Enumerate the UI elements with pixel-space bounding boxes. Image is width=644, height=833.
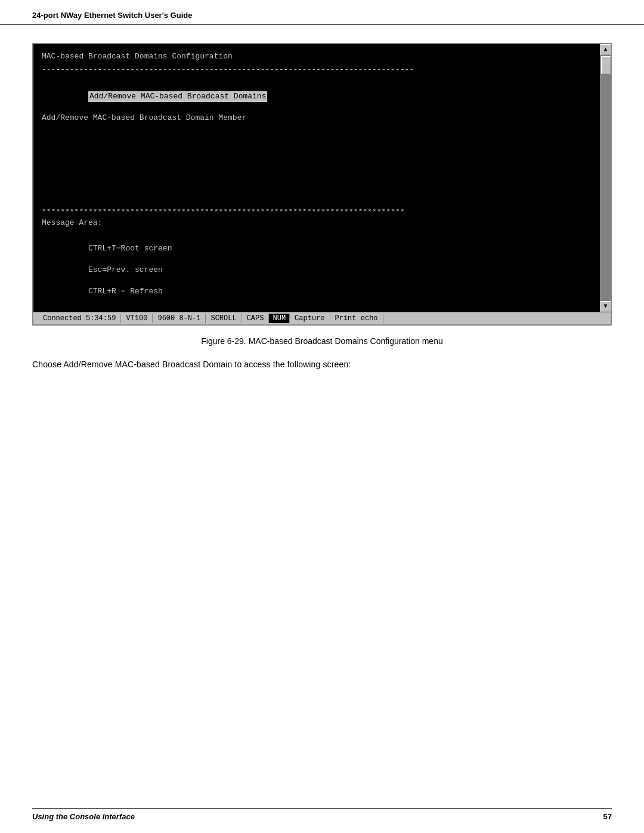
footer-page-number: 57 — [603, 812, 612, 821]
status-capture: Capture — [290, 314, 330, 323]
scrollbar-down-arrow[interactable]: ▼ — [600, 301, 611, 312]
terminal-title: MAC-based Broadcast Domains Configuratio… — [42, 51, 592, 62]
status-print: Print echo — [330, 314, 383, 323]
scrollbar[interactable]: ▲ ▼ — [600, 44, 611, 312]
ctrl-t-label: CTRL+T=Root screen — [88, 244, 172, 253]
esc-label: Esc=Prev. screen — [88, 265, 163, 274]
header-title: 24-port NWay Ethernet Switch User's Guid… — [32, 11, 192, 20]
terminal-main: MAC-based Broadcast Domains Configuratio… — [33, 44, 600, 312]
terminal-commands: CTRL+T=Root screen Esc=Prev. screen CTRL… — [42, 233, 592, 308]
page-footer: Using the Console Interface 57 — [32, 808, 612, 821]
status-baud: 9600 8-N-1 — [153, 314, 206, 323]
terminal-statusbar: Connected 5:34:59 VT100 9600 8-N-1 SCROL… — [33, 312, 611, 324]
scrollbar-thumb[interactable] — [601, 56, 611, 74]
figure-caption: Figure 6-29. MAC-based Broadcast Domains… — [32, 336, 612, 346]
status-num: NUM — [269, 314, 290, 323]
scrollbar-track[interactable] — [600, 55, 611, 301]
terminal-stars: ****************************************… — [42, 207, 592, 218]
footer-left-text: Using the Console Interface — [32, 812, 135, 821]
menu-line-normal[interactable]: Add/Remove MAC-based Broadcast Domain Me… — [42, 113, 592, 123]
page-header: 24-port NWay Ethernet Switch User's Guid… — [0, 0, 644, 25]
menu-line-selected[interactable]: Add/Remove MAC-based Broadcast Domains — [42, 80, 592, 113]
terminal-message-label: Message Area: — [42, 218, 592, 228]
ctrl-r-label: CTRL+R = Refresh — [88, 287, 163, 296]
status-scroll: SCROLL — [206, 314, 242, 323]
content-area: MAC-based Broadcast Domains Configuratio… — [0, 25, 644, 401]
scrollbar-up-arrow[interactable]: ▲ — [600, 44, 611, 55]
status-caps: CAPS — [242, 314, 270, 323]
status-vt100: VT100 — [121, 314, 153, 323]
terminal-divider: ----------------------------------------… — [42, 64, 592, 75]
status-connected: Connected 5:34:59 — [38, 314, 121, 323]
terminal-screenshot: MAC-based Broadcast Domains Configuratio… — [32, 43, 612, 326]
menu-selected-label: Add/Remove MAC-based Broadcast Domains — [88, 91, 267, 102]
esc-label-spacer — [88, 254, 184, 265]
ctrl-r-spacer — [88, 275, 160, 286]
body-paragraph: Choose Add/Remove MAC-based Broadcast Do… — [32, 358, 612, 371]
